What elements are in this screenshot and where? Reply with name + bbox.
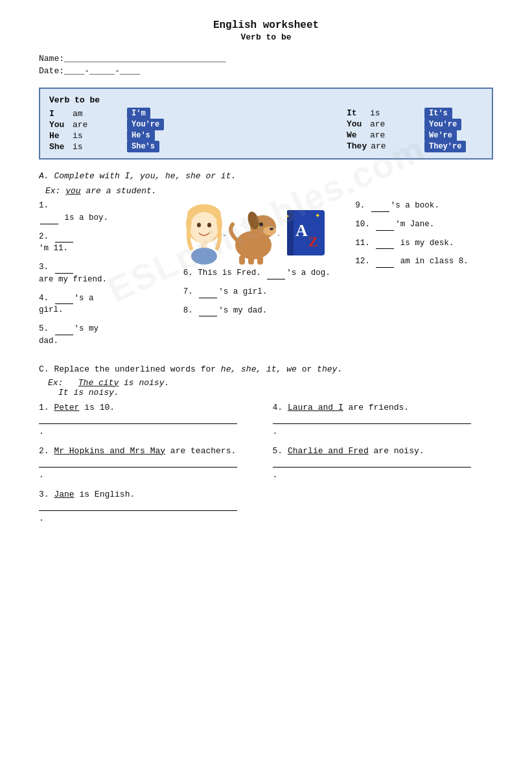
a-item-11: 11. is my desk. xyxy=(355,237,493,250)
svg-rect-15 xyxy=(239,255,245,265)
section-c-example: Ex: The city is noisy. It is noisy. xyxy=(48,378,493,397)
svg-text:A: A xyxy=(295,221,308,240)
a-item-6: 6. This is Fred. 's a dog. xyxy=(183,267,349,279)
section-a-left: 1. is a boy. 2. 'm 11. 3. are my friend.… xyxy=(39,200,177,354)
svg-point-13 xyxy=(259,222,263,226)
verb-to-be-box: Verb to be Iam Youare Heis Sheis I'm You… xyxy=(39,88,493,160)
a-item-10: 10. 'm Jane. xyxy=(355,219,493,231)
section-c-left: 1. Peter is 10. . 2. Mr Hopkins and Mrs … xyxy=(39,401,260,532)
svg-point-4 xyxy=(207,223,211,228)
a-item-9: 9. 's a book. xyxy=(355,200,493,212)
svg-text:✦: ✦ xyxy=(315,210,321,220)
svg-point-3 xyxy=(197,223,201,228)
a-item-7: 7. 's a girl. xyxy=(183,286,349,298)
a-item-5: 5. 's mydad. xyxy=(39,323,177,348)
svg-point-6 xyxy=(191,248,217,265)
section-c-right: 4. Laura and I are friends. . 5. Charlie… xyxy=(273,401,494,532)
section-a-right: 9. 's a book. 10. 'm Jane. 11. is my des… xyxy=(355,200,493,354)
section-c-columns: 1. Peter is 10. . 2. Mr Hopkins and Mrs … xyxy=(39,401,493,532)
a-item-12: 12. am in class 8. xyxy=(355,255,493,268)
svg-point-2 xyxy=(190,212,218,243)
c-item-2: 2. Mr Hopkins and Mrs May are teachers. … xyxy=(39,445,260,482)
a-item-8: 8. 's my dad. xyxy=(183,305,349,317)
section-a-example: Ex: you are a student. xyxy=(45,186,493,196)
a-item-4: 4. 's agirl. xyxy=(39,292,177,317)
verb-box-title: Verb to be xyxy=(49,95,108,105)
name-field: Name:________________________________ xyxy=(39,54,493,64)
c-item-3: 3. Jane is English. . xyxy=(39,488,260,525)
a-item-1: 1. is a boy. xyxy=(39,200,177,224)
svg-point-12 xyxy=(270,228,273,230)
c-item-4: 4. Laura and I are friends. . xyxy=(273,401,494,438)
section-a-middle: A Z ✦ ✦ 6. This is Fred. 's a dog. 7. 's… xyxy=(183,200,349,354)
a-item-3: 3. are my friend. xyxy=(39,261,177,286)
c-item-1: 1. Peter is 10. . xyxy=(39,401,260,438)
svg-text:Z: Z xyxy=(308,233,318,250)
page-subtitle: Verb to be xyxy=(39,32,493,42)
svg-point-11 xyxy=(263,226,276,235)
verb-left-col: Iam Youare Heis Sheis xyxy=(49,109,108,152)
a-item-2: 2. 'm 11. xyxy=(39,231,177,255)
page-title: English worksheet xyxy=(39,19,493,31)
section-c: C. Replace the underlined words for he, … xyxy=(39,364,493,532)
verb-right-col: Itis Youare Weare Theyare xyxy=(347,108,405,151)
section-c-header: C. Replace the underlined words for he, … xyxy=(39,364,493,374)
verb-contracted-right: It's You're We're They're xyxy=(424,108,483,151)
date-field: Date:____-_____-____ xyxy=(39,66,493,76)
svg-rect-16 xyxy=(248,255,254,265)
section-a-header: A. Complete with I, you, he, she or it. xyxy=(39,171,493,181)
c-item-5: 5. Charlie and Fred are noisy. . xyxy=(273,445,494,482)
svg-rect-17 xyxy=(257,255,263,265)
svg-text:✦: ✦ xyxy=(286,213,290,220)
verb-contracted-left: I'm You're He's She's xyxy=(127,108,185,151)
